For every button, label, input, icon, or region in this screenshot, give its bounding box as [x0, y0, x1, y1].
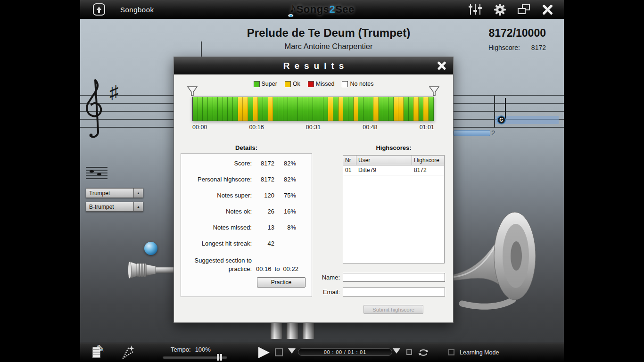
- detail-row: Longest hit streak:42: [181, 240, 312, 256]
- highscore-value: 8172: [531, 44, 546, 51]
- composer: Marc Antoine Charpentier: [201, 42, 456, 51]
- instrument-dropdown[interactable]: Trumpet ▲: [86, 188, 143, 198]
- close-app-icon[interactable]: [542, 4, 553, 16]
- practice-button[interactable]: Practice: [257, 277, 305, 288]
- submit-highscore-button[interactable]: Submit highscore: [363, 305, 423, 314]
- tempo-display: Tempo: 100%: [171, 346, 211, 353]
- timeline-segment: [333, 97, 339, 121]
- details-panel: Score:817282%Personal highscore:817282%N…: [181, 153, 312, 297]
- highscores-heading: Highscores:: [343, 144, 445, 151]
- progress-indicator: [454, 130, 490, 136]
- legend-label: Missed: [316, 81, 335, 87]
- timeline-segment: [218, 97, 223, 121]
- eye-icon: [288, 14, 294, 17]
- timeline-segment: [404, 97, 409, 121]
- dialog-close-button[interactable]: [437, 61, 446, 70]
- timeline-segment: [419, 97, 424, 121]
- timeline-ticks: 00:0000:1600:3100:4801:01: [192, 124, 434, 131]
- timeline-segment: [348, 97, 354, 121]
- range-handle-right[interactable]: [429, 86, 439, 97]
- stop-small-icon[interactable]: [406, 349, 412, 355]
- main-area: Prelude de Te Deum (Trumpet) Marc Antoin…: [80, 19, 564, 343]
- songbook-button[interactable]: Songbook: [93, 3, 154, 16]
- result-legend: SuperOkMissedNo notes: [174, 81, 453, 87]
- trumpet-valve-cap-image: [144, 242, 157, 255]
- highscore-column-header[interactable]: User: [356, 156, 412, 165]
- timeline-tick-label: 00:00: [192, 124, 207, 131]
- logo-text: Songs2See: [297, 3, 355, 16]
- timeline-segment: [303, 97, 308, 121]
- top-bar: Songbook ♪ Songs2See: [80, 0, 564, 19]
- suggested-to: 00:22: [283, 265, 298, 272]
- timeline-segment: [429, 97, 434, 121]
- detail-label: Notes missed:: [181, 224, 252, 231]
- loop-icon[interactable]: [418, 348, 429, 357]
- learning-mode-checkbox[interactable]: [448, 349, 454, 355]
- highscore-column-header[interactable]: Nr: [343, 156, 356, 165]
- range-handle-left[interactable]: [187, 86, 198, 97]
- edit-notes-icon[interactable]: ✎: [91, 345, 108, 360]
- trumpet-bell-image: [449, 206, 545, 310]
- highscore-column-header[interactable]: Highscore: [412, 156, 444, 165]
- instrument-dropdown-arrow[interactable]: ▲: [133, 189, 143, 197]
- highscore-cell: Ditte79: [356, 165, 412, 175]
- songbook-icon: [93, 3, 105, 16]
- timeline-segment: [363, 97, 369, 121]
- tempo-slider[interactable]: [163, 356, 227, 359]
- timeline-segment: [358, 97, 363, 121]
- timeline-segment: [233, 97, 238, 121]
- loop-start-marker[interactable]: [288, 348, 296, 354]
- timeline-tick-label: 01:01: [420, 124, 434, 131]
- restore-front-rect: [518, 8, 526, 14]
- loop-end-marker[interactable]: [393, 348, 400, 354]
- play-button[interactable]: [258, 347, 270, 358]
- highscore-line: Highscore: 8172: [476, 44, 546, 51]
- timeline-segment: [343, 97, 348, 121]
- detail-value: 26: [252, 208, 274, 215]
- detail-row: Notes super:12075%: [181, 192, 312, 208]
- restore-window-icon[interactable]: [518, 4, 530, 15]
- detail-row: Notes ok:2616%: [181, 208, 312, 224]
- timeline-tick-label: 00:31: [306, 124, 321, 131]
- legend-label: No notes: [350, 81, 373, 87]
- pencil-icon: ✎: [96, 343, 105, 354]
- tempo-value: 100%: [195, 346, 211, 353]
- timeline-segment: [203, 97, 208, 121]
- timeline-segment: [394, 97, 399, 121]
- timeline-segment: [413, 97, 419, 121]
- legend-swatch-no_notes: [342, 81, 348, 87]
- mixer-slider: [479, 4, 480, 15]
- legend-item-ok: Ok: [285, 81, 300, 87]
- detail-percent: 16%: [274, 208, 296, 215]
- performance-timeline[interactable]: [192, 97, 434, 121]
- gear-icon[interactable]: [494, 3, 506, 16]
- legend-label: Ok: [293, 81, 300, 87]
- tuning-dropdown-arrow[interactable]: ▲: [133, 202, 143, 211]
- timeline-segment: [283, 97, 289, 121]
- timeline-segment: [339, 97, 344, 121]
- timeline-segment: [423, 97, 429, 121]
- suggested-section-row: Suggested section to practice: 00:16 to …: [181, 256, 312, 273]
- legend-swatch-ok: [285, 81, 291, 87]
- timeline-segment: [258, 97, 263, 121]
- detail-label: Notes super:: [181, 192, 252, 199]
- timeline-segment: [323, 97, 329, 121]
- results-dialog: Results SuperOkMissedNo notes 00:0000:16…: [173, 57, 454, 323]
- timeline-segment: [263, 97, 268, 121]
- mixer-icon[interactable]: [468, 4, 482, 15]
- timeline-segment: [354, 97, 359, 121]
- tempo-slider-handle[interactable]: [217, 354, 222, 361]
- stop-button[interactable]: [275, 348, 283, 356]
- name-input[interactable]: [343, 273, 445, 282]
- suggested-section-label: Suggested section to practice:: [181, 256, 252, 273]
- email-input[interactable]: [343, 288, 445, 296]
- tuning-dropdown[interactable]: B-trumpet ▲: [86, 202, 143, 212]
- timeline-segment: [373, 97, 379, 121]
- detail-percent: 82%: [274, 176, 296, 183]
- timeline-segment: [268, 97, 273, 121]
- score-display: 8172/10000: [476, 27, 546, 40]
- timeline-segment: [238, 97, 243, 121]
- visual-metronome-icon[interactable]: [120, 346, 136, 361]
- seek-bar[interactable]: 00 : 00 / 01 : 01: [298, 348, 392, 356]
- detail-label: Score:: [181, 160, 252, 167]
